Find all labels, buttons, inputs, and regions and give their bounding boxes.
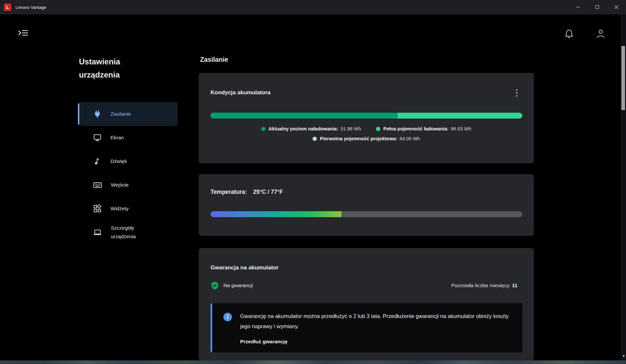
- warranty-status-row: Na gwarancji Pozostała liczba miesięcy: …: [211, 281, 517, 290]
- scrollbar-track[interactable]: ▼: [620, 14, 626, 360]
- legend-item-full: Pełna pojemność ładowania: 86.63 Wh: [376, 126, 471, 131]
- legend-item-current: Aktualny poziom naładowania: 51.98 Wh: [261, 126, 361, 131]
- warranty-status: Na gwarancji: [223, 283, 253, 288]
- account-button[interactable]: [596, 29, 605, 40]
- collapse-menu-icon: [18, 29, 28, 37]
- lenovo-logo: L: [4, 4, 11, 11]
- window-controls: [569, 0, 626, 14]
- temperature-card: Temperatura: 25°C / 77°F: [199, 174, 534, 236]
- battery-legend: Aktualny poziom naładowania: 51.98 Wh Pe…: [199, 126, 534, 141]
- temperature-bar-fill: [211, 211, 341, 217]
- battery-card-menu-button[interactable]: [515, 88, 519, 98]
- sidebar-item-label: Dźwięk: [111, 157, 160, 166]
- notification-bell-icon: [564, 29, 574, 39]
- temperature-label: Temperatura:: [211, 189, 247, 195]
- battery-card-title: Kondycja akumulatora: [211, 89, 270, 96]
- desktop-wallpaper-strip: [0, 360, 626, 364]
- sidebar-item-label: Szczegóły urządzenia: [111, 224, 160, 241]
- battery-capacity-bar: [211, 113, 522, 119]
- power-plug-icon: [93, 110, 102, 118]
- warranty-info-text: Gwarancję na akumulator można przedłużyć…: [240, 311, 509, 331]
- scrollbar-down-arrow[interactable]: ▼: [622, 354, 625, 358]
- user-account-icon: [596, 29, 605, 39]
- legend-dot-design: [313, 137, 317, 141]
- legend-item-design: Pierwotna pojemność projektowa: 84.00 Wh: [313, 136, 420, 141]
- legend-dot-current: [261, 127, 265, 131]
- app-window: L Lenovo Vantage: [0, 0, 626, 364]
- kebab-menu-icon: [516, 89, 517, 91]
- minimize-icon: [576, 5, 580, 9]
- sidebar-item-szczegoly-urzadzenia[interactable]: Szczegóły urządzenia: [78, 220, 178, 244]
- sidebar-item-ekran[interactable]: Ekran: [78, 126, 178, 149]
- sidebar-item-label: Zasilanie: [111, 110, 160, 118]
- music-note-icon: [93, 157, 102, 166]
- sidebar-heading: Ustawienia urządzenia: [79, 55, 155, 81]
- notifications-button[interactable]: [564, 29, 574, 40]
- widgets-icon: [93, 204, 102, 213]
- maximize-button[interactable]: [588, 0, 607, 14]
- sidebar-item-widzety[interactable]: Widżety: [78, 197, 178, 220]
- keyboard-icon: [93, 181, 102, 189]
- legend-dot-full: [376, 127, 380, 131]
- sidebar-item-label: Widżety: [111, 204, 160, 213]
- window-title: Lenovo Vantage: [15, 5, 46, 10]
- sidebar-item-wejscie[interactable]: Wejście: [78, 173, 178, 197]
- laptop-icon: [93, 228, 102, 237]
- titlebar: L Lenovo Vantage: [0, 0, 626, 14]
- sidebar-item-label: Ekran: [111, 133, 160, 142]
- temperature-title: Temperatura: 25°C / 77°F: [211, 189, 283, 195]
- extend-warranty-button[interactable]: Przedłuż gwarancję: [240, 339, 288, 345]
- sidebar-item-dzwiek[interactable]: Dźwięk: [78, 149, 178, 173]
- battery-bar-current: [211, 113, 398, 119]
- close-button[interactable]: [607, 0, 626, 14]
- warranty-months: Pozostała liczba miesięcy: 11: [451, 283, 517, 288]
- monitor-icon: [93, 133, 102, 142]
- maximize-icon: [595, 5, 599, 9]
- sidebar-nav: Zasilanie Ekran Dźwięk: [78, 102, 178, 244]
- shield-check-icon: [211, 281, 219, 290]
- warranty-info-box: Gwarancję na akumulator można przedłużyć…: [211, 303, 522, 353]
- sidebar-item-label: Wejście: [111, 181, 160, 189]
- collapse-menu-button[interactable]: [18, 29, 28, 38]
- battery-warranty-card: Gwarancja na akumulator Na gwarancji Poz…: [199, 248, 534, 360]
- close-icon: [614, 5, 618, 9]
- warranty-months-value: 11: [512, 283, 517, 288]
- sidebar-item-zasilanie[interactable]: Zasilanie: [78, 102, 178, 126]
- scrollbar-thumb[interactable]: [621, 46, 625, 110]
- minimize-button[interactable]: [569, 0, 588, 14]
- logo-letter: L: [6, 5, 9, 10]
- page-title: Zasilanie: [200, 56, 228, 63]
- battery-health-card: Kondycja akumulatora Aktualny poziom nał…: [199, 73, 534, 163]
- temperature-value: 25°C / 77°F: [253, 189, 283, 195]
- warranty-card-title: Gwarancja na akumulator: [211, 264, 279, 271]
- info-icon: [223, 312, 232, 322]
- temperature-bar: [211, 211, 522, 217]
